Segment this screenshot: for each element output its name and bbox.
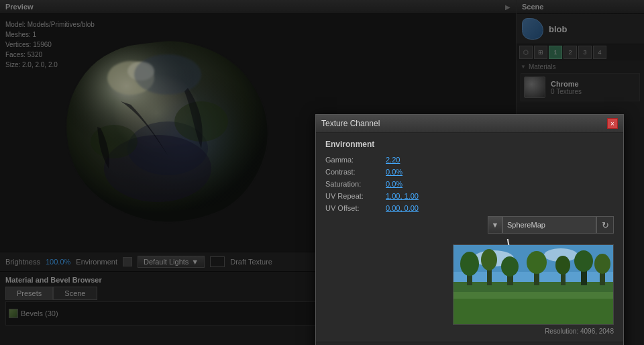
modal-title: Texture Channel	[321, 119, 380, 128]
saturation-value[interactable]: 0.0%	[386, 180, 402, 188]
svg-point-21	[555, 256, 570, 275]
svg-point-19	[527, 251, 547, 274]
modal-titlebar: Texture Channel ×	[316, 115, 623, 133]
gamma-row: Gamma: 2.20	[325, 156, 460, 164]
svg-point-25	[594, 254, 610, 274]
map-type-row: ▼ ↻	[453, 216, 614, 234]
cursor-area	[453, 239, 614, 244]
resolution-text: Resolution: 4096, 2048	[453, 328, 614, 335]
refresh-button[interactable]: ↻	[596, 216, 614, 234]
modal-right: ▼ ↻	[453, 216, 614, 335]
svg-point-13	[460, 252, 479, 276]
modal-close-button[interactable]: ×	[607, 118, 618, 129]
landscape-svg	[453, 245, 614, 325]
modal-form: Gamma: 2.20 Contrast: 0.0% Saturation: 0…	[325, 156, 460, 216]
contrast-label: Contrast:	[325, 168, 386, 176]
map-type-input[interactable]	[502, 216, 596, 234]
uv-repeat-value[interactable]: 1.00, 1.00	[386, 192, 419, 200]
svg-point-17	[501, 256, 519, 277]
texture-channel-modal: Texture Channel × Environment Gamma: 2.2…	[315, 114, 624, 345]
texture-preview	[453, 244, 614, 325]
gamma-label: Gamma:	[325, 156, 386, 164]
svg-rect-27	[453, 299, 614, 325]
saturation-row: Saturation: 0.0%	[325, 180, 460, 188]
uv-repeat-label: UV Repeat:	[325, 192, 386, 200]
uv-offset-value[interactable]: 0.00, 0.00	[386, 204, 419, 212]
uv-offset-label: UV Offset:	[325, 204, 386, 212]
svg-point-23	[574, 250, 593, 272]
gamma-value[interactable]: 2.20	[386, 156, 400, 164]
contrast-row: Contrast: 0.0%	[325, 168, 460, 176]
modal-footer: Reset Cancel OK	[316, 342, 623, 345]
uv-repeat-row: UV Repeat: 1.00, 1.00	[325, 192, 460, 200]
saturation-label: Saturation:	[325, 180, 386, 188]
map-dropdown-arrow[interactable]: ▼	[488, 216, 502, 234]
svg-point-15	[481, 249, 497, 270]
uv-offset-row: UV Offset: 0.00, 0.00	[325, 204, 460, 212]
texture-preview-image	[453, 245, 613, 324]
contrast-value[interactable]: 0.0%	[386, 168, 402, 176]
modal-section-title: Environment	[325, 140, 614, 149]
modal-body: Environment Gamma: 2.20 Contrast: 0.0% S…	[316, 133, 623, 342]
